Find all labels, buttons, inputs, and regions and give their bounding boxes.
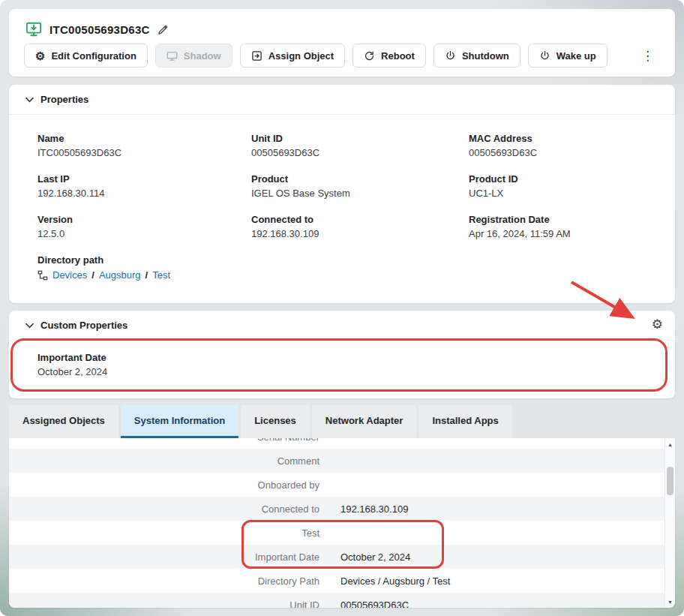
power-icon [539,50,550,62]
custom-properties-gear-icon[interactable]: ⚙ [652,318,663,331]
table-row-test: Test [9,521,664,545]
custom-properties-card: Custom Properties ⚙ Important Date Octob… [9,311,675,398]
table-row-unit-id: Unit ID 00505693D63C [9,593,664,608]
breadcrumb: Devices / Augsburg / Test [38,269,660,281]
assign-icon [251,50,262,62]
table-row-comment: Comment [9,449,664,473]
system-information-table-card: Serial Number Comment Onboarded by Conne… [9,438,675,608]
system-information-table: Serial Number Comment Onboarded by Conne… [9,438,664,608]
property-field-version: Version 12.5.0 [38,214,251,239]
tab-network-adapter[interactable]: Network Adapter [312,405,417,438]
gear-icon: ⚙ [35,50,45,62]
more-actions-kebab-icon[interactable]: ⋮ [637,47,658,65]
shutdown-button[interactable]: Shutdown [434,44,520,68]
edit-configuration-button[interactable]: ⚙ Edit Configuration [24,44,148,68]
tab-assigned-objects[interactable]: Assigned Objects [9,405,118,438]
tab-system-information[interactable]: System Information [121,405,238,438]
reboot-button[interactable]: Reboot [352,44,426,68]
wake-up-button[interactable]: Wake up [528,44,608,68]
property-field-product-id: Product ID UC1-LX [469,173,660,199]
custom-properties-section-title: Custom Properties [40,320,128,331]
toolbar: ⚙ Edit Configuration Shadow Assign Objec… [9,42,675,68]
property-field-registration-date: Registration Date Apr 16, 2024, 11:59 AM [469,214,660,239]
property-field-last-ip: Last IP 192.168.30.114 [38,173,251,199]
assign-object-button[interactable]: Assign Object [240,44,345,68]
table-row-serial-number: Serial Number [9,438,664,449]
property-field-unit-id: Unit ID 00505693D63C [251,133,469,158]
property-field-name: Name ITC00505693D63C [38,133,251,158]
properties-section-header[interactable]: Properties [9,85,675,115]
properties-card: Properties Name ITC00505693D63C Unit ID … [9,85,675,303]
property-field-mac-address: MAC Address 00505693D63C [469,133,660,158]
table-row-connected-to: Connected to 192.168.30.109 [9,497,664,521]
page-title: ITC00505693D63C [50,23,150,36]
table-row-important-date: Important Date October 2, 2024 [9,545,664,569]
shadow-button[interactable]: Shadow [155,44,232,68]
properties-section-title: Properties [40,94,88,105]
scroll-up-icon[interactable]: ▲ [665,439,675,449]
vertical-scrollbar[interactable]: ▲ ▼ [664,438,675,608]
properties-content: Name ITC00505693D63C Unit ID 00505693D63… [9,115,675,281]
custom-property-important-date: Important Date October 2, 2024 [38,352,660,377]
tab-installed-apps[interactable]: Installed Apps [418,405,512,438]
tab-licenses[interactable]: Licenses [241,405,310,438]
scroll-down-icon[interactable]: ▼ [665,596,675,607]
chevron-down-icon [26,97,34,103]
power-icon [445,50,456,62]
table-row-directory-path: Directory Path Devices / Augsburg / Test [9,569,664,593]
chevron-down-icon [26,323,34,329]
tree-icon [38,270,48,281]
device-icon [26,21,42,38]
detail-tabs: Assigned Objects System Information Lice… [9,405,512,438]
breadcrumb-link-augsburg[interactable]: Augsburg [99,269,141,281]
scrollbar-thumb[interactable] [667,467,674,495]
property-field-connected-to: Connected to 192.168.30.109 [251,214,469,239]
edit-title-pencil-icon[interactable] [158,24,169,35]
reboot-icon [364,50,375,62]
monitor-icon [166,50,178,62]
title-row: ITC00505693D63C [9,9,675,42]
breadcrumb-link-test[interactable]: Test [152,269,170,281]
property-field-product: Product IGEL OS Base System [251,173,469,199]
table-row-onboarded-by: Onboarded by [9,473,664,497]
directory-path-block: Directory path Devices / Augsburg / Test [38,254,660,281]
custom-properties-content: Important Date October 2, 2024 [9,341,675,377]
device-header-card: ITC00505693D63C ⚙ Edit Configuration Sha… [9,9,675,77]
custom-properties-section-header[interactable]: Custom Properties ⚙ [9,311,675,341]
page: ITC00505693D63C ⚙ Edit Configuration Sha… [0,0,684,616]
breadcrumb-link-devices[interactable]: Devices [52,269,87,281]
